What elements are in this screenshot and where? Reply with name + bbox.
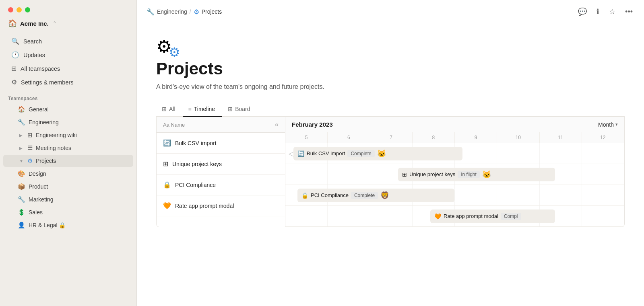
- sidebar-item-sales[interactable]: 💲 Sales: [3, 206, 133, 218]
- sidebar-item-marketing[interactable]: 🔧 Marketing: [3, 193, 133, 205]
- palette-icon: 🎨: [18, 170, 25, 177]
- tree-item-label: Engineering: [29, 119, 59, 125]
- tree-item-label: Projects: [36, 158, 56, 164]
- sidebar-item-meeting-notes[interactable]: ▶ ☰ Meeting notes: [3, 142, 133, 154]
- main-content: 🔧 Engineering / ⚙ Projects 💬 ℹ ☆ ••• ⚙⚙ …: [137, 0, 644, 306]
- col-name-label: Aa Name: [163, 122, 185, 128]
- star-button[interactable]: ☆: [607, 6, 617, 18]
- maximize-button[interactable]: [25, 7, 30, 12]
- timeline-bar-pci[interactable]: 🔒 PCI Compliance Complete 🦁: [297, 189, 454, 202]
- sidebar-item-hr-legal[interactable]: 👤 HR & Legal 🔒: [3, 219, 133, 231]
- month-selector[interactable]: Month ▾: [598, 121, 618, 128]
- person-icon: 👤: [18, 222, 25, 229]
- tree-item-label: Meeting notes: [36, 145, 71, 151]
- sidebar-item-general[interactable]: 🏠 General: [3, 103, 133, 115]
- breadcrumb-current-icon: ⚙: [194, 8, 199, 16]
- grid-cell: [455, 185, 497, 205]
- projects-gear-icon: ⚙: [27, 157, 33, 164]
- breadcrumb-separator: /: [190, 8, 191, 15]
- timeline-row-left: 🧡 Rate app prompt modal: [157, 195, 285, 216]
- timeline-bar-rate-app[interactable]: 🧡 Rate app prompt modal Compl: [430, 209, 555, 223]
- bar-icon-rate-app: 🧡: [434, 213, 441, 220]
- sidebar-nav: 🔍 Search 🕐 Updates ⊞ All teamspaces ⚙ Se…: [0, 33, 136, 91]
- grid-cell: [497, 185, 539, 205]
- timeline-tab-icon: ≡: [188, 106, 192, 112]
- bar-label-pci: PCI Compliance: [311, 192, 349, 198]
- more-button[interactable]: •••: [623, 6, 634, 18]
- tab-board[interactable]: ⊞ Board: [222, 102, 257, 117]
- grid-cell: [328, 206, 370, 226]
- breadcrumb: 🔧 Engineering / ⚙ Projects: [147, 8, 222, 16]
- dollar-icon: 💲: [18, 209, 25, 216]
- bar-label-unique-keys: Unique project keys: [409, 171, 455, 177]
- day-col-7: 7: [370, 132, 413, 143]
- grid-cell: [582, 185, 624, 205]
- minimize-button[interactable]: [17, 7, 22, 12]
- board-tab-icon: ⊞: [228, 106, 233, 112]
- month-label: February 2023: [292, 121, 333, 128]
- chevron-down-icon: ▼: [19, 159, 24, 163]
- timeline-left-header: Aa Name «: [157, 117, 285, 133]
- tree-item-label: Engineering wiki: [36, 132, 77, 138]
- workspace-chevron-icon: ⌃: [53, 21, 57, 26]
- sidebar-item-projects[interactable]: ▼ ⚙ Projects: [3, 155, 133, 167]
- sidebar-item-all-teamspaces[interactable]: ⊞ All teamspaces: [3, 62, 133, 75]
- status-badge-bulk-csv: Complete: [347, 150, 374, 157]
- timeline-row-left: 🔄 Bulk CSV import: [157, 133, 285, 154]
- sidebar-item-engineering[interactable]: 🔧 Engineering: [3, 116, 133, 128]
- sidebar-item-design[interactable]: 🎨 Design: [3, 168, 133, 180]
- tab-timeline[interactable]: ≡ Timeline: [183, 102, 223, 117]
- bar-icon-unique-keys: ⊞: [402, 171, 407, 178]
- row-label: Unique project keys: [172, 161, 222, 167]
- sidebar-item-search[interactable]: 🔍 Search: [3, 35, 133, 48]
- month-selector-label: Month: [598, 121, 614, 128]
- grid-cell: [285, 206, 328, 226]
- topbar-actions: 💬 ℹ ☆ •••: [576, 6, 634, 18]
- tree-item-label: Sales: [29, 209, 43, 216]
- tree-item-label: Design: [29, 170, 46, 177]
- grid-cell: [582, 164, 624, 185]
- day-col-12: 12: [582, 132, 624, 143]
- info-button[interactable]: ℹ: [595, 6, 601, 18]
- day-col-9: 9: [455, 132, 497, 143]
- sidebar-item-updates[interactable]: 🕐 Updates: [3, 48, 133, 62]
- sidebar-item-product[interactable]: 📦 Product: [3, 181, 133, 193]
- topbar: 🔧 Engineering / ⚙ Projects 💬 ℹ ☆ •••: [137, 0, 644, 22]
- workspace-icon: 🏠: [8, 19, 17, 28]
- page-icon: ⚙⚙: [156, 35, 625, 56]
- sidebar-item-label: Settings & members: [21, 79, 74, 86]
- sidebar-item-label: Updates: [23, 52, 45, 58]
- grid-cell: [285, 164, 328, 185]
- tab-label: Board: [235, 106, 250, 112]
- day-col-10: 10: [497, 132, 539, 143]
- avatar-bulk-csv: 🐱: [377, 149, 386, 158]
- tree-item-label: Marketing: [29, 196, 53, 203]
- notes-icon: ☰: [27, 144, 33, 152]
- timeline-right-panel: February 2023 Month ▾ 5 6 7 8 9 10 11 12: [285, 117, 624, 227]
- table-icon: ⊞: [27, 131, 33, 139]
- avatar-pci: 🦁: [380, 191, 389, 200]
- comment-button[interactable]: 💬: [576, 6, 588, 18]
- gear-icon: ⚙: [11, 78, 17, 86]
- tab-label: All: [169, 106, 175, 112]
- grid-cell: [497, 143, 539, 164]
- chevron-right-icon: ▶: [19, 133, 24, 138]
- close-button[interactable]: [8, 7, 13, 12]
- grid-cell: [328, 164, 370, 185]
- row-icon-pci: 🔒: [163, 181, 171, 189]
- tab-all[interactable]: ⊞ All: [156, 102, 183, 117]
- home-icon: 🏠: [18, 106, 25, 113]
- grid-cell: [540, 143, 582, 164]
- tab-label: Timeline: [194, 106, 215, 112]
- sidebar-item-settings[interactable]: ⚙ Settings & members: [3, 76, 133, 89]
- collapse-button[interactable]: «: [275, 121, 279, 128]
- grid-cell: [540, 185, 582, 205]
- timeline-bar-unique-keys[interactable]: ⊞ Unique project keys In flight 🐱: [398, 168, 555, 181]
- timeline-bar-bulk-csv[interactable]: 🔄 Bulk CSV import Complete 🐱: [293, 147, 462, 160]
- workspace-selector[interactable]: 🏠 Acme Inc. ⌃: [0, 16, 136, 33]
- page-title: Projects: [156, 59, 625, 78]
- tree-item-label: Product: [29, 183, 48, 190]
- day-col-6: 6: [328, 132, 370, 143]
- breadcrumb-parent-label: Engineering: [157, 8, 187, 15]
- sidebar-item-engineering-wiki[interactable]: ▶ ⊞ Engineering wiki: [3, 129, 133, 141]
